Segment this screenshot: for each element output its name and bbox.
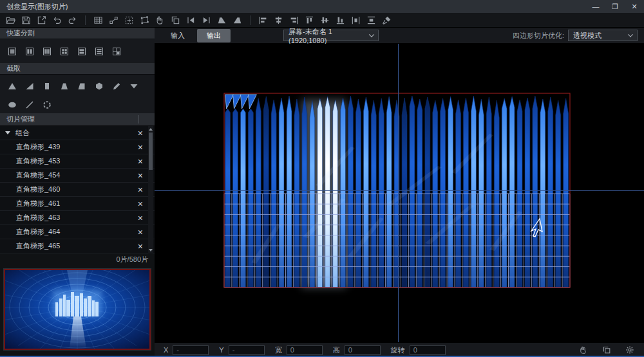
delete-slice-button[interactable]: × (138, 229, 143, 235)
align-bottom-icon[interactable] (334, 14, 347, 26)
delete-slice-button[interactable]: × (138, 158, 143, 165)
width-input[interactable] (287, 345, 323, 355)
height-input[interactable] (345, 345, 381, 355)
rotation-field: 旋转 (391, 345, 446, 355)
delete-slice-button[interactable]: × (138, 243, 143, 250)
slice-item-row[interactable]: 直角梯形_453× (0, 154, 155, 169)
close-button[interactable]: ✕ (625, 0, 644, 13)
slice-item-label: 直角梯形_439 (16, 142, 60, 152)
wedge-down-icon[interactable] (127, 79, 140, 93)
clear-brush-icon[interactable] (380, 14, 393, 26)
screen-select-dropdown[interactable]: 屏幕-未命名 1 (1920,1080) (283, 30, 379, 41)
redo-icon[interactable] (66, 14, 79, 26)
collapse-caret-icon[interactable] (5, 131, 10, 134)
flip-right-icon[interactable] (200, 14, 213, 26)
hexagon-icon[interactable] (92, 79, 106, 93)
free-transform-icon[interactable] (138, 14, 151, 26)
slice-item-label: 直角梯形_464 (16, 227, 60, 237)
skew-right-icon[interactable] (231, 14, 244, 26)
slice-group-row[interactable]: 组合× (0, 126, 155, 140)
split-grid-2x2-icon[interactable] (57, 44, 71, 58)
slice-item-label: 直角梯形_463 (16, 213, 60, 223)
distribute-vertical-icon[interactable] (365, 14, 378, 26)
ellipse-icon[interactable] (5, 98, 19, 111)
thumbnail-graphic (5, 270, 149, 349)
slice-item-row[interactable]: 直角梯形_463× (0, 211, 155, 225)
y-field: Y (219, 345, 264, 355)
optimization-value: 透视模式 (573, 31, 601, 41)
line-icon[interactable] (23, 98, 36, 111)
optimization-group: 四边形切片优化: 透视模式 (513, 30, 638, 41)
align-right-icon[interactable] (287, 14, 301, 26)
minimize-button[interactable]: — (586, 0, 605, 13)
split-2-columns-icon[interactable] (23, 44, 36, 58)
x-input[interactable] (173, 345, 209, 355)
slice-item-label: 直角梯形_454 (16, 170, 60, 180)
split-3-rows-icon[interactable] (92, 44, 106, 58)
align-top-icon[interactable] (303, 14, 316, 26)
circle-icon[interactable] (40, 98, 53, 111)
distribute-horizontal-icon[interactable] (349, 14, 363, 26)
grid-icon[interactable] (91, 14, 105, 26)
slice-item-row[interactable]: 直角梯形_454× (0, 169, 155, 183)
slice-item-row[interactable]: 直角梯形_461× (0, 197, 155, 211)
right-trapezoid-icon[interactable] (75, 79, 88, 93)
crop-tools (0, 75, 155, 113)
tab-output[interactable]: 输出 (197, 29, 231, 42)
delete-slice-button[interactable]: × (138, 130, 143, 136)
split-3-columns-icon[interactable] (40, 44, 53, 58)
duplicate-icon[interactable] (169, 14, 182, 26)
align-left-icon[interactable] (256, 14, 270, 26)
right-triangle-icon[interactable] (23, 79, 36, 93)
scroll-down-icon[interactable] (149, 249, 153, 252)
preview-thumbnail[interactable] (4, 269, 151, 350)
node-edit-icon[interactable] (107, 14, 120, 26)
pencil-icon[interactable] (109, 79, 123, 93)
rectangle-icon[interactable] (40, 79, 53, 93)
slice-item-row[interactable]: 直角梯形_465× (0, 239, 155, 253)
scrollbar-thumb[interactable] (149, 133, 153, 170)
width-field: 宽 (275, 345, 323, 355)
slice-item-row[interactable]: 直角梯形_464× (0, 225, 155, 239)
delete-slice-button[interactable]: × (138, 201, 143, 207)
skew-left-icon[interactable] (215, 14, 229, 26)
split-custom-grid-icon[interactable] (109, 44, 123, 58)
window-title: 创意显示(图形切片) (6, 2, 68, 12)
toolbar-separator (250, 15, 251, 25)
align-center-vertical-icon[interactable] (318, 14, 332, 26)
save-icon[interactable] (19, 14, 33, 26)
delete-slice-button[interactable]: × (138, 172, 143, 179)
optimization-dropdown[interactable]: 透视模式 (568, 30, 638, 41)
rotation-input[interactable] (410, 345, 446, 355)
tab-input[interactable]: 输入 (161, 29, 194, 42)
marquee-transform-icon[interactable] (122, 14, 136, 26)
pan-hand-icon[interactable] (576, 343, 590, 356)
export-icon[interactable] (35, 14, 48, 26)
scroll-up-icon[interactable] (149, 128, 153, 131)
canvas-graphic (155, 44, 644, 342)
quick-split-tools (0, 39, 155, 63)
slice-item-row[interactable]: 直角梯形_439× (0, 140, 155, 154)
undo-icon[interactable] (50, 14, 64, 26)
slice-list-scrollbar[interactable] (148, 126, 153, 253)
title-bar: 创意显示(图形切片) — ❐ ✕ (0, 0, 644, 13)
align-center-horizontal-icon[interactable] (272, 14, 285, 26)
split-2-rows-icon[interactable] (75, 44, 88, 58)
delete-slice-button[interactable]: × (138, 215, 143, 221)
main-area: 输入输出 屏幕-未命名 1 (1920,1080) 四边形切片优化: 透视模式 … (155, 28, 644, 357)
flip-left-icon[interactable] (184, 14, 198, 26)
open-file-icon[interactable] (4, 14, 17, 26)
touch-select-icon[interactable] (153, 14, 167, 26)
delete-slice-button[interactable]: × (138, 144, 143, 151)
split-1-icon[interactable] (5, 44, 19, 58)
trapezoid-icon[interactable] (57, 79, 71, 93)
y-input[interactable] (229, 345, 265, 355)
height-label: 高 (333, 345, 340, 355)
delete-slice-button[interactable]: × (138, 187, 143, 193)
settings-gear-icon[interactable] (623, 343, 636, 356)
maximize-button[interactable]: ❐ (605, 0, 625, 13)
triangle-icon[interactable] (5, 79, 19, 93)
canvas[interactable] (155, 44, 644, 342)
slice-item-row[interactable]: 直角梯形_460× (0, 183, 155, 197)
layers-icon[interactable] (600, 343, 613, 356)
